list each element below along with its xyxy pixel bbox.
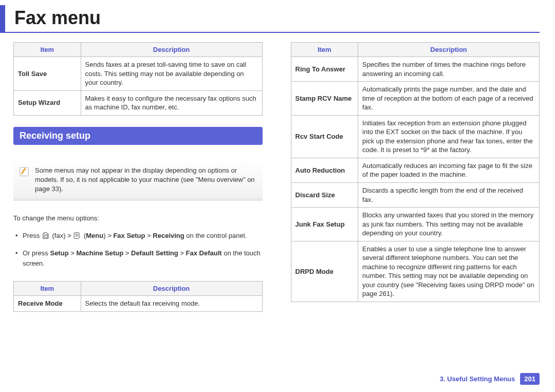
left-column: Item Description Toll Save Sends faxes a… <box>13 42 263 323</box>
svg-rect-0 <box>20 167 29 176</box>
cell-desc: Automatically prints the page number, an… <box>358 82 540 116</box>
svg-point-4 <box>47 234 47 234</box>
note-text: Some menus may not appear in the display… <box>35 166 258 194</box>
cell-desc: Sends faxes at a preset toll-saving time… <box>81 57 262 91</box>
table-row: Rcv Start CodeInitiates fax reception fr… <box>291 115 540 158</box>
step-text: ) > <box>103 232 113 239</box>
cell-desc: Blocks any unwanted faxes that you store… <box>358 208 540 241</box>
fax-icon <box>42 231 50 240</box>
cell-item: Toll Save <box>14 57 81 91</box>
cell-item: DRPD Mode <box>291 241 358 302</box>
step-text: > <box>123 249 131 257</box>
svg-point-3 <box>46 234 46 234</box>
menu-icon <box>73 231 82 240</box>
right-column: Item Description Ring To AnswerSpecifies… <box>291 42 540 323</box>
step-text: (fax) > <box>52 232 73 239</box>
step-text: > <box>178 249 186 257</box>
step-text: Press <box>23 232 42 239</box>
table-row: DRPD Mode Enables a user to use a single… <box>291 241 540 302</box>
cell-item: Stamp RCV Name <box>291 82 358 116</box>
step-text: Or press <box>23 249 50 257</box>
svg-rect-5 <box>74 233 79 238</box>
page-footer: 3. Useful Setting Menus 201 <box>440 373 540 385</box>
instruction-intro: To change the menu options: <box>13 213 263 223</box>
table-row: Junk Fax SetupBlocks any unwanted faxes … <box>291 208 540 241</box>
col-header-desc: Description <box>81 282 262 296</box>
step-text: > <box>145 232 153 239</box>
table-right: Item Description Ring To AnswerSpecifies… <box>291 42 540 302</box>
cell-item: Setup Wizard <box>14 90 81 115</box>
step-item: Press (fax) > (Menu) > Fax Setup > Recei… <box>14 231 263 241</box>
cell-desc: Automatically reduces an incoming fax pa… <box>358 158 540 182</box>
page-title: Fax menu <box>9 5 540 32</box>
step-text: on the control panel. <box>184 232 247 239</box>
col-header-item: Item <box>291 43 358 57</box>
cell-item: Discard Size <box>291 183 358 208</box>
step-bold: Default Setting <box>131 249 178 257</box>
cell-desc: Enables a user to use a single telephone… <box>358 241 540 302</box>
svg-point-2 <box>45 234 45 234</box>
section-heading: Receiving setup <box>13 127 263 145</box>
cell-desc: Discards a specific length from the end … <box>358 183 540 208</box>
cell-desc: Selects the default fax receiving mode. <box>81 296 262 312</box>
cell-item: Junk Fax Setup <box>291 208 358 241</box>
col-header-desc: Description <box>358 43 540 57</box>
footer-chapter: 3. Useful Setting Menus <box>440 375 515 383</box>
step-bold: Machine Setup <box>76 249 123 257</box>
table-row: Setup Wizard Makes it easy to configure … <box>14 90 263 115</box>
cell-desc: Initiates fax reception from an extensio… <box>358 115 540 158</box>
table-row: Receive Mode Selects the default fax rec… <box>14 296 263 312</box>
table-left-bottom: Item Description Receive Mode Selects th… <box>13 281 263 312</box>
step-bold: Receiving <box>153 232 184 239</box>
cell-desc: Specifies the number of times the machin… <box>358 57 540 82</box>
svg-rect-1 <box>44 235 48 237</box>
col-header-item: Item <box>14 282 81 296</box>
note-icon <box>18 166 30 177</box>
cell-item: Auto Reduction <box>291 158 358 182</box>
col-header-item: Item <box>14 43 81 57</box>
note-box: Some menus may not appear in the display… <box>13 159 263 201</box>
table-row: Toll Save Sends faxes at a preset toll-s… <box>14 57 263 91</box>
footer-page-number: 201 <box>520 373 540 385</box>
table-row: Discard SizeDiscards a specific length f… <box>291 183 540 208</box>
step-bold: Fax Default <box>186 249 222 257</box>
step-bold: Setup <box>50 249 68 257</box>
step-bold: Menu <box>86 232 103 239</box>
cell-item: Receive Mode <box>14 296 81 312</box>
step-item: Or press Setup > Machine Setup > Default… <box>14 248 263 269</box>
step-text: > <box>69 249 77 257</box>
cell-desc: Makes it easy to configure the necessary… <box>81 90 262 115</box>
col-header-desc: Description <box>81 43 262 57</box>
table-row: Auto ReductionAutomatically reduces an i… <box>291 158 540 182</box>
table-row: Stamp RCV NameAutomatically prints the p… <box>291 82 540 116</box>
table-row: Ring To AnswerSpecifies the number of ti… <box>291 57 540 82</box>
step-bold: Fax Setup <box>113 232 145 239</box>
cell-item: Ring To Answer <box>291 57 358 82</box>
cell-item: Rcv Start Code <box>291 115 358 158</box>
table-top: Item Description Toll Save Sends faxes a… <box>13 42 263 116</box>
